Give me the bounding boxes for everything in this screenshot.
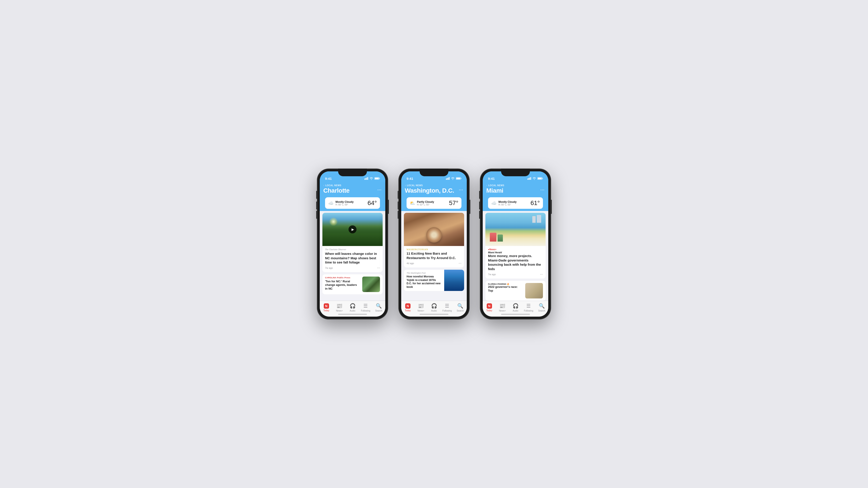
tab-label-search-dc: Search [457, 309, 464, 312]
battery-icon-miami [537, 177, 543, 180]
newsplus-icon-miami: 📰 [499, 303, 505, 309]
carolina-small-image [362, 277, 380, 292]
svg-rect-12 [461, 178, 461, 179]
location-pin-icon: ↑ [323, 184, 324, 187]
home-indicator-charlotte [338, 314, 367, 315]
article-body-charlotte: The Charlotte Observer When will leaves … [322, 246, 383, 272]
small-title-miami: 2022 governor's race: Top [488, 285, 523, 293]
play-button[interactable]: ▶ [348, 225, 356, 233]
home-indicator-miami [501, 314, 530, 315]
charlotte-observer-logo: The Charlotte Observer [325, 248, 380, 251]
small-article-image-miami [525, 283, 543, 299]
phone-charlotte: 9:41 [317, 169, 388, 319]
more-options-charlotte[interactable]: ··· [377, 188, 382, 192]
status-icons-miami [527, 177, 543, 180]
news-n-icon-miami: N [488, 304, 491, 308]
search-icon-charlotte: 🔍 [376, 303, 382, 309]
weather-left-charlotte: ☁️ Mostly Cloudy H: 66° L: 59° [328, 201, 353, 206]
article-meta-dc: 4d ago ··· [407, 261, 461, 265]
writer-image [444, 270, 464, 291]
tab-label-following-miami: Following [524, 309, 533, 312]
tab-today-charlotte[interactable]: N Today [320, 303, 333, 312]
more-options-miami[interactable]: ··· [540, 188, 545, 192]
today-icon-dc: N [405, 303, 410, 309]
miami-beach-image [485, 213, 546, 246]
tab-today-miami[interactable]: N Today [483, 303, 496, 312]
notch-charlotte [338, 169, 367, 176]
more-options-dc[interactable]: ··· [459, 188, 463, 192]
article-more-charlotte[interactable]: ··· [377, 266, 380, 270]
weather-condition-charlotte: Mostly Cloudy [336, 201, 353, 204]
article-title-charlotte: When will leaves change color in NC moun… [325, 251, 380, 265]
svg-rect-9 [448, 178, 448, 180]
building-1 [537, 215, 541, 223]
tab-newsplus-charlotte[interactable]: 📰 News+ [333, 303, 346, 312]
city-name-charlotte: Charlotte [323, 187, 349, 194]
wp-article-dc[interactable]: The Washington Post How novelist Morowa … [404, 270, 464, 291]
weather-condition-miami: Mostly Cloudy [498, 201, 517, 204]
newsplus-icon-charlotte: 📰 [336, 303, 342, 309]
article-more-dc[interactable]: ··· [459, 261, 461, 265]
main-article-miami[interactable]: ●News+ Miami Herald More money, more pro… [485, 213, 546, 278]
tab-search-dc[interactable]: 🔍 Search [454, 303, 467, 312]
phoenix-icon: 🔥 [507, 283, 509, 285]
main-article-charlotte[interactable]: ▶ The Charlotte Observer When will leave… [322, 213, 383, 272]
building-2 [532, 216, 536, 223]
content-scroll-charlotte[interactable]: ☁️ Mostly Cloudy H: 66° L: 59° 64° [320, 197, 385, 301]
home-indicator-dc [420, 314, 448, 315]
phone-dc: 9:41 [399, 169, 469, 319]
tab-following-charlotte[interactable]: ☰ Following [359, 303, 372, 312]
svg-rect-7 [446, 179, 446, 180]
secondary-article-charlotte[interactable]: CAROLINA Public Press 'Ten for NC:' Rura… [322, 274, 383, 294]
article-title-miami: More money, more projects. Miami-Dade go… [488, 254, 543, 271]
status-time-miami: 9:41 [488, 177, 495, 180]
tab-audio-miami[interactable]: 🎧 Audio [509, 303, 522, 312]
tab-audio-charlotte[interactable]: 🎧 Audio [346, 303, 359, 312]
notch-miami [501, 169, 530, 176]
tab-following-miami[interactable]: ☰ Following [522, 303, 535, 312]
local-news-label-charlotte: ↑ LOCAL NEWS [323, 184, 382, 187]
tab-today-dc[interactable]: N Today [401, 303, 414, 312]
svg-rect-14 [527, 179, 528, 180]
sun-ray [329, 217, 338, 226]
tab-label-search-miami: Search [538, 309, 546, 312]
news-header-charlotte: ↑ LOCAL NEWS Charlotte ··· [320, 182, 385, 197]
tab-audio-dc[interactable]: 🎧 Audio [427, 303, 440, 312]
tab-following-dc[interactable]: ☰ Following [441, 303, 454, 312]
today-icon-charlotte: N [324, 303, 329, 309]
signal-icon [365, 177, 368, 180]
tab-label-newsplus-charlotte: News+ [336, 309, 343, 312]
article-time-dc: 4d ago [407, 262, 414, 265]
tab-newsplus-miami[interactable]: 📰 News+ [496, 303, 509, 312]
search-icon-dc: 🔍 [457, 303, 463, 309]
local-news-label-dc: ↑ LOCAL NEWS [405, 184, 463, 187]
svg-rect-17 [531, 177, 531, 180]
svg-rect-20 [538, 178, 542, 179]
status-icons-charlotte [365, 177, 380, 180]
tab-search-charlotte[interactable]: 🔍 Search [372, 303, 385, 312]
notch-dc [420, 169, 448, 176]
article-more-miami[interactable]: ··· [540, 272, 543, 276]
local-news-label-miami: ↑ LOCAL NEWS [486, 184, 545, 187]
weather-info-charlotte: Mostly Cloudy H: 66° L: 59° [336, 201, 353, 206]
main-article-dc[interactable]: WASHINGTONIAN 11 Exciting New Bars and R… [404, 213, 464, 268]
article-title-dc: 11 Exciting New Bars and Restaurants to … [407, 251, 461, 260]
svg-rect-2 [367, 178, 367, 180]
secondary-article-miami[interactable]: FLORIDA PHOENIX 🔥 2022 governor's race: … [485, 281, 546, 301]
article-image-miami [485, 213, 546, 246]
washington-post-logo: The Washington Post [407, 272, 441, 274]
audio-icon-charlotte: 🎧 [350, 303, 355, 309]
following-icon-charlotte: ☰ [363, 303, 368, 309]
weather-temp-miami: 61° [531, 200, 540, 207]
signal-icon-miami [527, 177, 531, 180]
weather-range-dc: H: 63° L: 55° [417, 204, 434, 206]
content-scroll-dc[interactable]: ⛅ Partly Cloudy H: 63° L: 55° 57° [401, 197, 467, 301]
article-image-charlotte: ▶ [322, 213, 383, 246]
weather-range-miami: H: 66° L: 55° [498, 204, 517, 206]
tab-label-following-charlotte: Following [361, 309, 370, 312]
tab-search-miami[interactable]: 🔍 Search [535, 303, 548, 312]
food-bowl-circle [426, 227, 442, 243]
location-pin-icon-miami: ↑ [486, 184, 488, 187]
content-scroll-miami[interactable]: ☁️ Mostly Cloudy H: 66° L: 55° 61° [483, 197, 548, 301]
tab-newsplus-dc[interactable]: 📰 News+ [414, 303, 427, 312]
